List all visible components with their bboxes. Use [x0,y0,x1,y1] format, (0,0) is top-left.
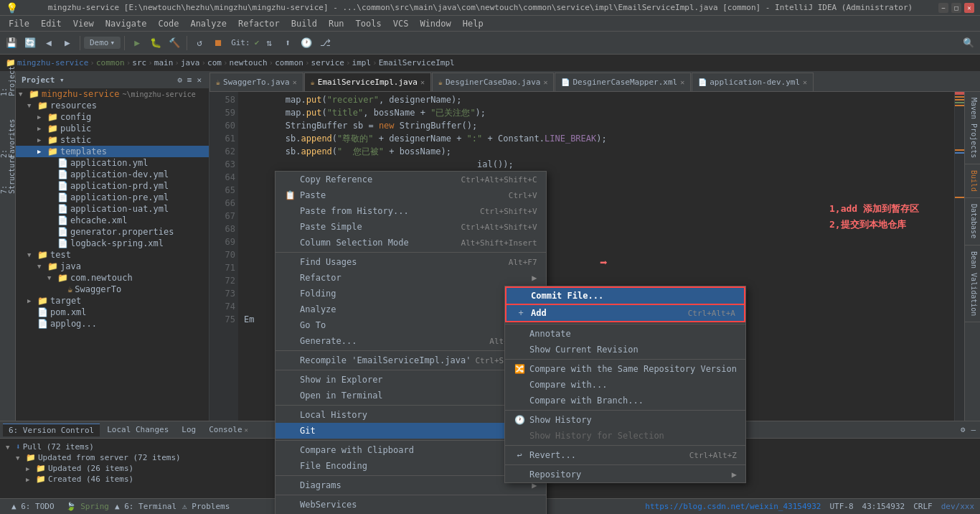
toolbar-git-branch[interactable]: ⎇ [316,34,334,52]
ctx-find-usages[interactable]: Find Usages Alt+F7 [275,254,546,270]
ctx-copy-reference[interactable]: Copy Reference Ctrl+Alt+Shift+C [275,172,546,187]
sidebar-gear-icon[interactable]: ⚙ [176,75,184,85]
menu-item-tools[interactable]: Tools [350,17,387,30]
tree-item-public[interactable]: ▶ 📁 public [16,123,209,134]
bottom-tab-local-changes[interactable]: Local Changes [101,424,174,436]
toolbar-build-btn[interactable]: 🔨 [166,34,183,52]
tree-item-pom-xml[interactable]: 📄 pom.xml [16,307,209,318]
toolbar-stop-btn[interactable]: ⏹ [209,34,227,52]
status-terminal[interactable]: ▲ 6: Terminal [115,502,176,511]
git-show-history-selection[interactable]: Show History for Selection [505,428,745,444]
tree-item-application-pre-yml[interactable]: 📄 application-pre.yml [16,192,209,203]
tab-close-swaggerto[interactable]: ✕ [293,78,297,86]
toolbar-back-btn[interactable]: ◀ [40,34,57,52]
tree-item-test-java[interactable]: ▼ 📁 java [16,261,209,272]
tree-item-swaggerto[interactable]: ☕ SwaggerTo [16,284,209,295]
toolbar-save-btn[interactable]: 💾 [3,34,20,52]
menu-item-view[interactable]: View [67,17,100,30]
tree-item-test[interactable]: ▼ 📁 test [16,249,209,261]
breadcrumb-com[interactable]: com [207,58,222,67]
tree-item-resources[interactable]: ▼ 📁 resources [16,100,209,111]
left-strip-project[interactable]: 1: Project [1,75,14,88]
toolbar-sync-btn[interactable]: 🔄 [22,34,39,52]
tab-close-email[interactable]: ✕ [420,78,425,86]
bottom-collapse-icon[interactable]: — [969,424,977,435]
ctx-refactor[interactable]: Refactor ▶ [275,270,546,286]
git-compare-branch[interactable]: Compare with Branch... [505,393,745,408]
git-revert[interactable]: ↩ Revert... Ctrl+Alt+Z [505,447,745,463]
toolbar-git-history[interactable]: 🕐 [298,34,315,52]
git-show-current-revision[interactable]: Show Current Revision [505,342,745,358]
status-problems[interactable]: ⚠ Problems [182,502,230,511]
tab-desginer-mapper[interactable]: 📄 DesginerCaseMapper.xml ✕ [555,73,691,91]
menu-item-code[interactable]: Code [153,17,185,30]
menu-item-build[interactable]: Build [286,17,323,30]
toolbar-rerun-btn[interactable]: ↺ [191,34,208,52]
tree-item-logback-xml[interactable]: 📄 logback-spring.xml [16,238,209,249]
menu-item-file[interactable]: File [3,17,35,30]
ctx-paste-history[interactable]: Paste from History... Ctrl+Shift+V [275,203,546,219]
breadcrumb-main[interactable]: main [154,58,174,67]
breadcrumb-project[interactable]: mingzhu-service [17,58,88,67]
left-strip-structure[interactable]: 7: Structure [1,168,14,181]
tree-item-templates[interactable]: ▶ 📁 templates [16,146,209,157]
breadcrumb-java[interactable]: java [181,58,200,67]
breadcrumb-file[interactable]: EmailServiceImpl [379,58,455,67]
sidebar-close-icon[interactable]: ✕ [195,75,203,85]
menu-item-edit[interactable]: Edit [35,17,67,30]
tree-item-application-yml[interactable]: 📄 application.yml [16,157,209,169]
bottom-tab-console-close[interactable]: ✕ [245,426,248,434]
bottom-gear-icon[interactable]: ⚙ [959,424,967,435]
tree-item-static[interactable]: ▶ 📁 static [16,134,209,146]
toolbar-git-sync[interactable]: ⇅ [260,34,278,52]
toolbar-git-push[interactable]: ⬆ [279,34,296,52]
toolbar-forward-btn[interactable]: ▶ [59,34,76,52]
git-commit-file[interactable]: Commit File... [505,286,745,305]
tab-application-dev[interactable]: 📄 application-dev.yml ✕ [692,73,814,91]
sidebar-collapse-icon[interactable]: ≡ [186,75,194,85]
tree-item-config[interactable]: ▶ 📁 config [16,111,209,123]
tree-item-ehcache-xml[interactable]: 📄 ehcache.xml [16,215,209,226]
menu-item-navigate[interactable]: Navigate [100,17,153,30]
minimize-button[interactable]: − [938,3,948,13]
toolbar-debug-btn[interactable]: 🐛 [147,34,164,52]
tree-item-applog[interactable]: 📄 applog... [16,318,209,330]
toolbar-run-btn[interactable]: ▶ [128,34,146,52]
ctx-paste[interactable]: 📋 Paste Ctrl+V [275,187,546,203]
tree-item-application-uat-yml[interactable]: 📄 application-uat.yml [16,203,209,215]
bottom-tab-log[interactable]: Log [176,424,202,436]
git-repository[interactable]: Repository ▶ [505,467,745,482]
tab-desginer-dao[interactable]: ☕ DesginerCaseDao.java ✕ [432,73,555,91]
status-csdn-link[interactable]: https://blog.csdn.net/weixin_43154932 [645,502,821,511]
breadcrumb-service[interactable]: service [311,58,344,67]
tree-item-application-prd-yml[interactable]: 📄 application-prd.yml [16,180,209,192]
tree-item-com-newtouch[interactable]: ▼ 📁 com.newtouch [16,272,209,284]
git-add[interactable]: + Add Ctrl+Alt+A [505,305,745,322]
tree-item-root[interactable]: ▼ 📁 mingzhu-service ~\mingzhu-service [16,88,209,100]
right-panel-build[interactable]: Build [965,164,980,198]
right-panel-maven[interactable]: Maven Projects [965,92,980,164]
status-todo[interactable]: ▲ 6: TODO [6,500,60,513]
tab-close-dev[interactable]: ✕ [803,78,807,86]
left-strip-favorites[interactable]: 2: Favorites [1,132,14,145]
bottom-tab-console[interactable]: Console ✕ [203,424,254,436]
breadcrumb-common[interactable]: common [275,58,303,67]
right-panel-bean[interactable]: Bean Validation [965,246,980,322]
breadcrumb-newtouch[interactable]: newtouch [230,58,268,67]
tab-emailserviceimpl[interactable]: ☕ EmailServiceImpl.java ✕ [304,73,431,91]
tree-item-target[interactable]: ▶ 📁 target [16,295,209,307]
menu-item-refactor[interactable]: Refactor [232,17,286,30]
menu-item-analyze[interactable]: Analyze [184,17,232,30]
maximize-button[interactable]: □ [951,3,961,13]
right-panel-database[interactable]: Database [965,198,980,245]
tree-item-application-dev-yml[interactable]: 📄 application-dev.yml [16,169,209,180]
breadcrumb-src[interactable]: src [132,58,146,67]
breadcrumb-module[interactable]: common [96,58,125,67]
tab-close-dao[interactable]: ✕ [543,78,547,86]
ctx-webservices[interactable]: WebServices [275,497,546,513]
ctx-column-mode[interactable]: Column Selection Mode Alt+Shift+Insert [275,235,546,251]
bottom-tab-version-control[interactable]: 6: Version Control [3,424,100,436]
breadcrumb-impl[interactable]: impl [352,58,372,67]
git-compare-with[interactable]: Compare with... [505,377,745,393]
toolbar-search-btn[interactable]: 🔍 [960,34,977,52]
